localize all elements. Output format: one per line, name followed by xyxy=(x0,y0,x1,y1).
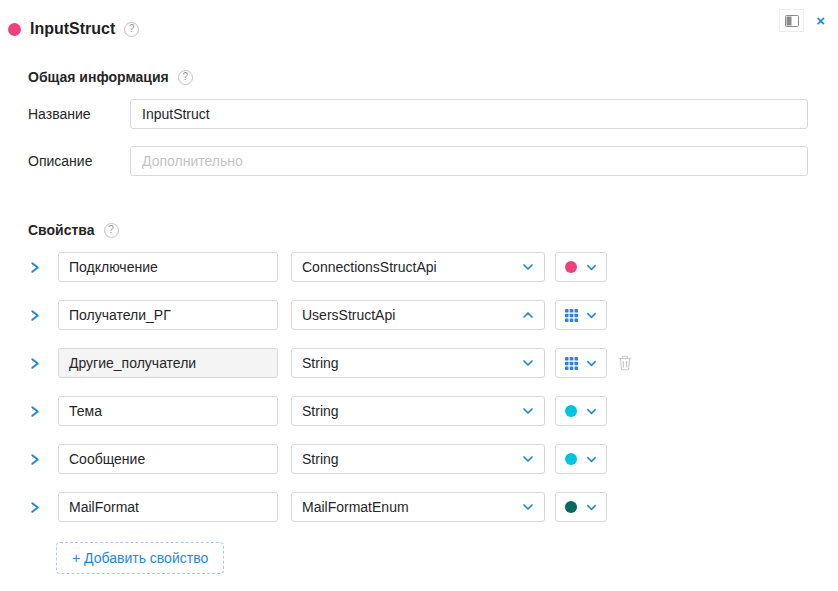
help-icon[interactable]: ? xyxy=(178,70,193,85)
color-dot xyxy=(565,453,577,465)
property-type-value: String xyxy=(302,355,339,371)
chevron-down-icon xyxy=(522,261,534,273)
chevron-down-icon xyxy=(586,310,597,321)
chevron-down-icon xyxy=(586,454,597,465)
struct-editor-panel: InputStruct ? × Общая информация ? Назва… xyxy=(0,0,838,591)
expand-chevron-icon[interactable] xyxy=(28,405,44,418)
property-row: ConnectionsStructApi xyxy=(28,252,838,282)
properties-section-header: Свойства ? xyxy=(28,222,838,238)
property-name-input[interactable] xyxy=(58,492,278,522)
expand-chevron-icon[interactable] xyxy=(28,501,44,514)
property-color-select[interactable] xyxy=(555,300,607,330)
description-field-row: Описание xyxy=(28,146,808,176)
window-controls: × xyxy=(779,9,828,32)
collection-grid-icon xyxy=(565,309,578,322)
property-type-select[interactable]: String xyxy=(291,396,545,426)
expand-chevron-icon[interactable] xyxy=(28,453,44,466)
chevron-down-icon xyxy=(586,502,597,513)
expand-chevron-icon[interactable] xyxy=(28,309,44,322)
chevron-up-icon xyxy=(522,309,534,321)
property-type-value: String xyxy=(302,403,339,419)
property-name-input[interactable] xyxy=(58,300,278,330)
property-color-select[interactable] xyxy=(555,444,607,474)
general-section-title: Общая информация xyxy=(28,69,169,85)
property-color-select[interactable] xyxy=(555,252,607,282)
color-dot xyxy=(565,261,577,273)
expand-chevron-icon[interactable] xyxy=(28,261,44,274)
property-row: String xyxy=(28,348,838,378)
chevron-down-icon xyxy=(586,406,597,417)
close-icon[interactable]: × xyxy=(813,12,828,29)
chevron-down-icon xyxy=(522,501,534,513)
property-type-value: String xyxy=(302,451,339,467)
add-property-button[interactable]: + Добавить свойство xyxy=(56,542,224,574)
collapse-panel-icon xyxy=(785,15,799,27)
collapse-panel-button[interactable] xyxy=(779,9,804,32)
property-row: String xyxy=(28,396,838,426)
name-field-label: Название xyxy=(28,106,130,122)
property-type-select[interactable]: UsersStructApi xyxy=(291,300,545,330)
chevron-down-icon xyxy=(586,262,597,273)
property-name-input[interactable] xyxy=(58,252,278,282)
color-dot xyxy=(565,501,577,513)
property-type-value: UsersStructApi xyxy=(302,307,395,323)
property-name-input[interactable] xyxy=(58,444,278,474)
general-section-header: Общая информация ? xyxy=(28,69,838,85)
property-type-value: ConnectionsStructApi xyxy=(302,259,437,275)
property-color-select[interactable] xyxy=(555,348,607,378)
property-color-select[interactable] xyxy=(555,396,607,426)
name-field-row: Название xyxy=(28,99,808,129)
property-type-select[interactable]: MailFormatEnum xyxy=(291,492,545,522)
page-title: InputStruct xyxy=(30,20,115,38)
help-icon[interactable]: ? xyxy=(124,22,139,37)
property-type-value: MailFormatEnum xyxy=(302,499,409,515)
struct-color-dot xyxy=(8,23,21,36)
chevron-down-icon xyxy=(586,358,597,369)
description-field-label: Описание xyxy=(28,153,130,169)
properties-section-title: Свойства xyxy=(28,222,95,238)
property-type-select[interactable]: String xyxy=(291,348,545,378)
property-row: UsersStructApi xyxy=(28,300,838,330)
name-input[interactable] xyxy=(130,99,808,129)
chevron-down-icon xyxy=(522,453,534,465)
description-input[interactable] xyxy=(130,146,808,176)
property-row: MailFormatEnum xyxy=(28,492,838,522)
property-name-input[interactable] xyxy=(58,348,278,378)
property-row: String xyxy=(28,444,838,474)
chevron-down-icon xyxy=(522,405,534,417)
chevron-down-icon xyxy=(522,357,534,369)
expand-chevron-icon[interactable] xyxy=(28,357,44,370)
property-type-select[interactable]: ConnectionsStructApi xyxy=(291,252,545,282)
delete-property-icon[interactable] xyxy=(618,355,632,371)
property-type-select[interactable]: String xyxy=(291,444,545,474)
property-color-select[interactable] xyxy=(555,492,607,522)
panel-header: InputStruct ? xyxy=(0,0,838,38)
color-dot xyxy=(565,405,577,417)
properties-list: ConnectionsStructApi UsersStructApi xyxy=(28,252,838,574)
help-icon[interactable]: ? xyxy=(104,223,119,238)
collection-grid-icon xyxy=(565,357,578,370)
property-name-input[interactable] xyxy=(58,396,278,426)
